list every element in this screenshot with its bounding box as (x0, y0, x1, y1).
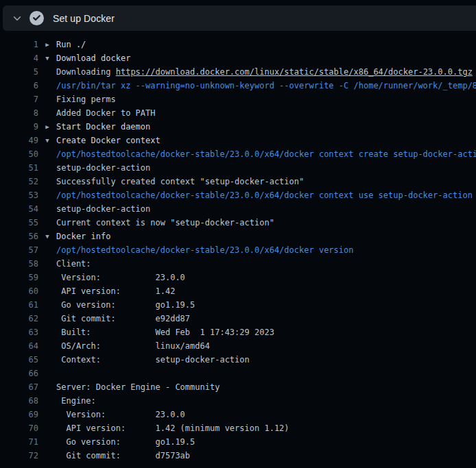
gutter-spacer (38, 93, 56, 106)
line-number-link[interactable]: 72 (0, 449, 38, 463)
line-number-link[interactable]: 62 (0, 312, 38, 325)
group-title[interactable]: Run ./ (56, 40, 86, 49)
line-number-link[interactable]: 57 (0, 243, 38, 257)
log-text: OS/Arch: linux/amd64 (56, 339, 210, 353)
command-text: /usr/bin/tar xz --warning=no-unknown-key… (56, 81, 476, 90)
log-line[interactable]: 9▶Start Docker daemon (0, 120, 476, 134)
log-text-segment: Client: (56, 259, 91, 269)
triangle-down-icon[interactable]: ▼ (38, 230, 56, 243)
log-line: 72 Git commit: d7573ab (0, 449, 476, 463)
triangle-right-icon[interactable]: ▶ (38, 120, 56, 134)
line-number-link[interactable]: 5 (0, 65, 38, 79)
log-line: 60 API version: 1.42 (0, 284, 476, 298)
gutter-spacer (38, 284, 56, 298)
log-text: setup-docker-action (56, 161, 150, 175)
log-text: Added Docker to PATH (56, 106, 156, 120)
line-number-link[interactable]: 52 (0, 175, 38, 188)
log-text: Docker info (56, 230, 110, 243)
group-title[interactable]: Start Docker daemon (56, 122, 150, 132)
line-number-link[interactable]: 71 (0, 435, 38, 449)
log-text: setup-docker-action (56, 202, 150, 216)
line-number-link[interactable]: 49 (0, 134, 38, 147)
line-number-link[interactable]: 63 (0, 325, 38, 339)
step-header[interactable]: Set up Docker (3, 5, 476, 31)
log-text: Run ./ (56, 38, 86, 51)
triangle-down-icon[interactable]: ▼ (38, 51, 56, 65)
line-number-link[interactable]: 7 (0, 93, 38, 106)
gutter-spacer (38, 161, 56, 175)
log-text-segment: API version: 1.42 (minimum version 1.12) (56, 423, 289, 433)
line-number-link[interactable]: 70 (0, 421, 38, 435)
gutter-spacer (38, 367, 56, 380)
log-text: Current context is now "setup-docker-act… (56, 216, 274, 230)
line-number-link[interactable]: 58 (0, 257, 38, 271)
log-line[interactable]: 1▶Run ./ (0, 38, 476, 51)
gutter-spacer (38, 449, 56, 463)
log-line: 70 API version: 1.42 (minimum version 1.… (0, 421, 476, 435)
log-line: 63 Built: Wed Feb 1 17:43:29 2023 (0, 325, 476, 339)
line-number-link[interactable]: 61 (0, 298, 38, 312)
gutter-spacer (38, 325, 56, 339)
line-number-link[interactable]: 56 (0, 230, 38, 243)
gutter-spacer (38, 175, 56, 188)
line-number-link[interactable]: 65 (0, 353, 38, 367)
group-title[interactable]: Download docker (56, 53, 130, 63)
log-text-segment: Git commit: d7573ab (56, 451, 190, 460)
line-number-link[interactable]: 55 (0, 216, 38, 230)
line-number-link[interactable]: 4 (0, 51, 38, 65)
line-number-link[interactable]: 60 (0, 284, 38, 298)
gutter-spacer (38, 394, 56, 408)
line-number-link[interactable]: 9 (0, 120, 38, 134)
line-number-link[interactable]: 54 (0, 202, 38, 216)
log-line: 64 OS/Arch: linux/amd64 (0, 339, 476, 353)
log-line: 50/opt/hostedtoolcache/docker-stable/23.… (0, 147, 476, 161)
log-line: 61 Go version: go1.19.5 (0, 298, 476, 312)
log-line: 68 Engine: (0, 394, 476, 408)
log-text: Successfully created context "setup-dock… (56, 175, 304, 188)
log-line: 65 Context: setup-docker-action (0, 353, 476, 367)
line-number-link[interactable]: 1 (0, 38, 38, 51)
line-number-link[interactable]: 59 (0, 271, 38, 284)
log-line: 55Current context is now "setup-docker-a… (0, 216, 476, 230)
gutter-spacer (38, 79, 56, 93)
triangle-down-icon[interactable]: ▼ (38, 134, 56, 147)
line-number-link[interactable]: 68 (0, 394, 38, 408)
gutter-spacer (38, 421, 56, 435)
log-line: 67Server: Docker Engine - Community (0, 380, 476, 394)
chevron-down-icon[interactable] (12, 14, 22, 23)
log-text: /opt/hostedtoolcache/docker-stable/23.0.… (56, 188, 473, 202)
gutter-spacer (38, 380, 56, 394)
log-text-segment: Go version: go1.19.5 (56, 300, 195, 310)
triangle-right-icon[interactable]: ▶ (38, 38, 56, 51)
group-title[interactable]: Docker info (56, 232, 110, 241)
group-title[interactable]: Create Docker context (56, 136, 160, 145)
line-number-link[interactable]: 64 (0, 339, 38, 353)
log-text: Go version: go1.19.5 (56, 435, 195, 449)
line-number-link[interactable]: 69 (0, 408, 38, 421)
log-text-segment: Server: Docker Engine - Community (56, 382, 219, 392)
check-circle-icon (29, 11, 44, 25)
line-number-link[interactable]: 6 (0, 79, 38, 93)
log-text-segment: Current context is now "setup-docker-act… (56, 218, 274, 227)
log-text: /usr/bin/tar xz --warning=no-unknown-key… (56, 79, 476, 93)
line-number-link[interactable]: 67 (0, 380, 38, 394)
line-number-link[interactable]: 8 (0, 106, 38, 120)
log-text-segment: Built: Wed Feb 1 17:43:29 2023 (56, 328, 274, 337)
gutter-spacer (38, 435, 56, 449)
log-line[interactable]: 56▼Docker info (0, 230, 476, 243)
log-line: 51setup-docker-action (0, 161, 476, 175)
log-line[interactable]: 4▼Download docker (0, 51, 476, 65)
log-line: 54setup-docker-action (0, 202, 476, 216)
log-text: API version: 1.42 (56, 284, 175, 298)
log-text-segment: Downloading (56, 67, 116, 77)
line-number-link[interactable]: 51 (0, 161, 38, 175)
log-link[interactable]: https://download.docker.com/linux/static… (116, 67, 473, 77)
line-number-link[interactable]: 53 (0, 188, 38, 202)
step-title: Set up Docker (53, 13, 115, 24)
log-text-segment: Engine: (56, 396, 96, 406)
log-line[interactable]: 49▼Create Docker context (0, 134, 476, 147)
log-text-segment: setup-docker-action (56, 204, 150, 214)
line-number-link[interactable]: 50 (0, 147, 38, 161)
line-number-link[interactable]: 66 (0, 367, 38, 380)
log-text-segment: Added Docker to PATH (56, 108, 156, 118)
